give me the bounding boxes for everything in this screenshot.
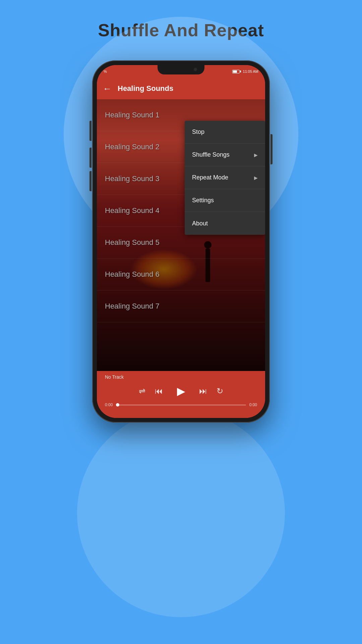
phone-screen: % 11:05 AM ← Healing Sounds [97,65,265,418]
bg-circle-bottom [77,409,285,617]
battery-body [232,70,240,73]
menu-label-settings: Settings [192,197,214,204]
phone-outer: % 11:05 AM ← Healing Sounds [92,60,270,423]
battery-icon [232,70,241,73]
progress-bar[interactable] [116,405,246,406]
back-button[interactable]: ← [103,84,112,94]
battery-tip [240,70,241,72]
menu-label-repeat: Repeat Mode [192,174,228,181]
menu-label-about: About [192,220,208,227]
progress-thumb [116,403,119,407]
menu-arrow-repeat: ▶ [254,175,258,180]
time-right: 0:00 [249,402,257,407]
menu-item-shuffle[interactable]: Shuffle Songs▶ [185,144,265,166]
shuffle-button[interactable]: ⇌ [139,386,145,396]
menu-item-stop[interactable]: Stop [185,121,265,144]
play-icon: ▶ [177,385,185,397]
now-playing-label: No Track [104,374,258,380]
repeat-icon: ↻ [217,386,223,396]
dropdown-menu: StopShuffle Songs▶Repeat Mode▶SettingsAb… [185,121,265,235]
menu-label-stop: Stop [192,128,204,136]
player-controls: ⇌ ⏮ ▶ ⏭ ↻ [104,382,258,400]
prev-icon: ⏮ [155,386,163,396]
status-bar: % 11:05 AM [97,65,265,78]
menu-item-settings[interactable]: Settings [185,189,265,212]
menu-label-shuffle: Shuffle Songs [192,151,230,158]
phone-wrapper: % 11:05 AM ← Healing Sounds [92,60,270,423]
status-time: 11:05 AM [243,69,258,73]
play-button[interactable]: ▶ [172,382,190,400]
next-icon: ⏭ [199,386,207,396]
menu-item-about[interactable]: About [185,212,265,235]
player-bar: No Track ⇌ ⏮ ▶ ⏭ ↻ [97,371,265,418]
notch [158,65,204,74]
repeat-button[interactable]: ↻ [217,386,223,396]
time-left: 0:00 [105,402,113,407]
menu-item-repeat[interactable]: Repeat Mode▶ [185,166,265,189]
time-row: 0:00 0:00 [104,402,258,407]
status-right: 11:05 AM [232,69,258,73]
menu-overlay: StopShuffle Songs▶Repeat Mode▶SettingsAb… [97,99,265,371]
app-bar: ← Healing Sounds [97,78,265,99]
content-area: Healing Sound 1Healing Sound 2Healing So… [97,99,265,371]
shuffle-icon: ⇌ [139,386,145,396]
prev-button[interactable]: ⏮ [155,386,163,396]
menu-arrow-shuffle: ▶ [254,152,258,158]
next-button[interactable]: ⏭ [199,386,207,396]
app-bar-title: Healing Sounds [118,84,259,93]
status-signal: % [104,69,107,73]
notch-camera [194,68,197,71]
battery-fill [233,70,237,73]
